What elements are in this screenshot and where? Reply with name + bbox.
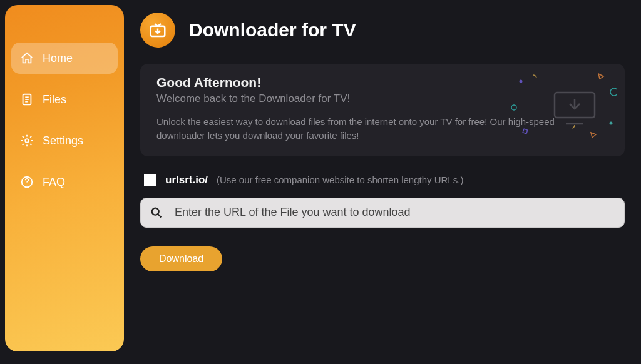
svg-point-14 <box>610 122 613 125</box>
faq-icon <box>20 175 34 189</box>
home-icon <box>20 51 34 65</box>
url-input[interactable] <box>175 206 615 219</box>
main-content: Downloader for TV Good Afternoon! Welcom… <box>124 0 641 364</box>
files-icon <box>20 93 34 106</box>
welcome-card: Good Afternoon! Welcome back to the Down… <box>140 64 625 156</box>
sidebar-item-label: Settings <box>43 134 83 148</box>
search-icon <box>150 206 163 220</box>
tv-download-icon <box>148 21 167 39</box>
svg-point-13 <box>520 80 523 83</box>
url-shorten-row: urlsrt.io/ (Use our free companion websi… <box>140 174 625 186</box>
sidebar: Home Files Settings FAQ <box>5 5 124 351</box>
url-hint: (Use our free companion website to short… <box>217 174 463 185</box>
sidebar-item-faq[interactable]: FAQ <box>11 166 118 198</box>
sidebar-item-home[interactable]: Home <box>11 43 118 74</box>
url-prefix: urlsrt.io/ <box>165 174 208 186</box>
sidebar-item-label: FAQ <box>43 176 65 189</box>
svg-point-6 <box>26 185 27 185</box>
svg-rect-11 <box>523 129 528 134</box>
app-logo <box>140 13 175 48</box>
app-title: Downloader for TV <box>189 19 356 41</box>
svg-point-10 <box>511 105 516 110</box>
download-button[interactable]: Download <box>140 246 222 271</box>
sidebar-item-files[interactable]: Files <box>11 84 118 115</box>
sidebar-item-label: Files <box>43 93 66 106</box>
header: Downloader for TV <box>140 13 625 48</box>
url-input-container[interactable] <box>140 198 625 228</box>
svg-point-4 <box>25 139 29 143</box>
monitor-download-icon <box>552 90 597 128</box>
settings-icon <box>20 134 34 148</box>
card-description: Unlock the easiest way to download files… <box>156 115 557 143</box>
svg-marker-12 <box>591 133 596 138</box>
urlshorten-checkbox[interactable] <box>144 174 156 186</box>
svg-point-9 <box>610 88 617 96</box>
sidebar-item-settings[interactable]: Settings <box>11 125 118 156</box>
svg-marker-8 <box>598 74 603 79</box>
sidebar-item-label: Home <box>43 52 73 65</box>
svg-line-18 <box>158 214 161 217</box>
svg-point-17 <box>152 208 159 215</box>
